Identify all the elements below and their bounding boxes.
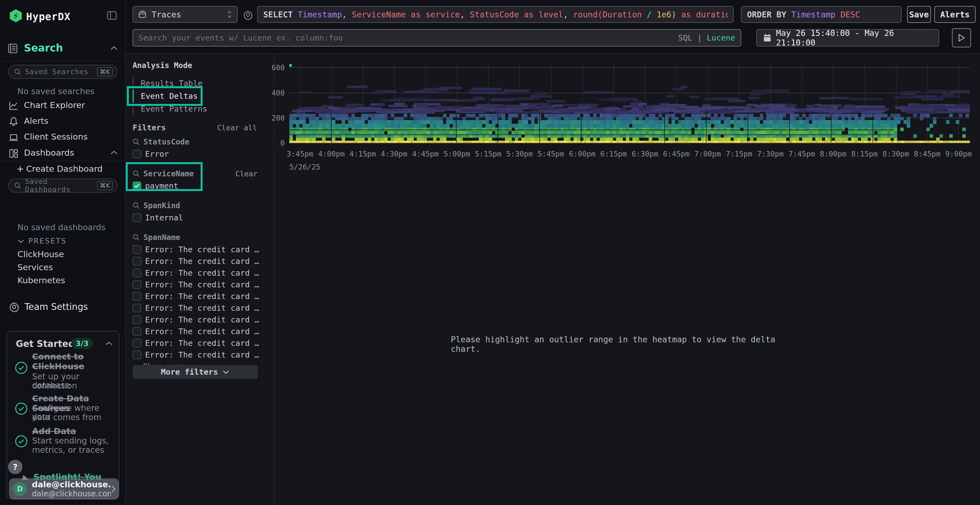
heatmap-cursor-marker (290, 64, 292, 67)
check-circle-icon (15, 435, 27, 447)
query-language-toggle[interactable]: SQL | Lucene (678, 33, 735, 43)
user-menu[interactable]: D dale@clickhouse.com dale@clickhouse.co… (9, 478, 119, 500)
checkbox-unchecked[interactable] (132, 292, 141, 301)
clear-all-filters-button[interactable]: Clear all (217, 124, 257, 132)
sidebar-item-dashboards[interactable]: Dashboards (24, 148, 74, 157)
x-tick-label: 6:30pm (632, 150, 658, 158)
collapse-sidebar-icon[interactable] (107, 10, 117, 22)
annotation-box-event-deltas (127, 86, 202, 106)
lucene-toggle[interactable]: Lucene (707, 33, 735, 43)
chevron-up-icon[interactable] (105, 341, 113, 347)
checkbox-unchecked[interactable] (132, 315, 141, 324)
chart-explorer-icon (9, 101, 19, 111)
search-icon (14, 68, 21, 75)
no-saved-searches-text: No saved searches (18, 87, 94, 96)
y-tick-600: 600 (263, 64, 285, 72)
sidebar-item-clickhouse[interactable]: ClickHouse (18, 249, 64, 259)
run-query-button[interactable] (952, 28, 971, 48)
check-circle-icon (15, 362, 27, 374)
x-tick-label: 6:45pm (663, 150, 690, 158)
filter-value-label: Error: The credit card … (145, 338, 259, 348)
saved-searches-placeholder: Saved Searches (25, 68, 97, 76)
sql-toggle[interactable]: SQL (678, 33, 692, 43)
sidebar-item-services[interactable]: Services (18, 262, 53, 272)
save-button[interactable]: Save (907, 6, 931, 23)
filter-checkbox-row[interactable]: Error: The credit card … (132, 243, 267, 255)
presets-header[interactable]: PRESETS (28, 237, 67, 245)
filter-checkbox-row[interactable]: Internal (132, 212, 267, 223)
sidebar-item-team-settings[interactable]: Team Settings (24, 302, 88, 312)
filter-checkbox-row[interactable]: Error: The credit card … (132, 337, 267, 349)
filter-checkbox-row[interactable]: Error: The credit card … (132, 302, 267, 314)
filter-checkbox-row[interactable]: Error: The credit card … (132, 267, 267, 279)
checkbox-unchecked[interactable] (132, 351, 141, 359)
x-tick-label: 9:00pm (945, 150, 972, 158)
filter-group-clear-button[interactable]: Clear (235, 170, 258, 178)
sql-token: round(Duration (573, 10, 642, 19)
chevron-up-icon[interactable] (110, 46, 118, 52)
bell-icon (9, 116, 19, 127)
toggle-divider: | (697, 33, 702, 43)
x-tick-label: 6:15pm (600, 150, 627, 158)
filter-checkbox-row[interactable]: Error: The credit card … (132, 255, 267, 267)
chevron-right-icon (111, 485, 116, 493)
x-axis-date-label: 5/26/25 (290, 163, 320, 171)
chevron-down-icon[interactable] (18, 239, 24, 245)
alerts-button[interactable]: Alerts (934, 6, 976, 23)
sql-token: ServiceName as service (352, 10, 460, 19)
chevron-down-icon (223, 370, 229, 374)
source-settings-gear-icon[interactable] (243, 10, 253, 21)
sidebar-item-alerts[interactable]: Alerts (24, 116, 48, 126)
date-range-picker[interactable]: May 26 15:40:00 - May 26 21:10:00 (756, 29, 939, 46)
filter-value-label: Error: The credit card … (145, 292, 259, 301)
more-filters-button[interactable]: More filters (132, 365, 258, 379)
checkbox-unchecked[interactable] (132, 150, 141, 158)
source-select[interactable]: Traces (132, 6, 238, 23)
sidebar-item-client-sessions[interactable]: Client Sessions (24, 132, 88, 141)
lucene-search-input[interactable]: Search your events w/ Lucene ex. column:… (132, 29, 741, 46)
checkbox-unchecked[interactable] (132, 327, 141, 336)
filter-value-label: Error (145, 149, 169, 159)
calendar-icon (763, 33, 771, 42)
search-icon (132, 202, 140, 209)
sql-select-editor[interactable]: SELECT Timestamp, ServiceName as service… (257, 6, 733, 23)
check-circle-icon (15, 403, 27, 414)
duration-heatmap[interactable] (290, 64, 970, 143)
sql-query-text: SELECT Timestamp, ServiceName as service… (263, 10, 728, 19)
saved-dashboards-input[interactable]: Saved Dashboards ⌘K (8, 178, 118, 193)
checkbox-unchecked[interactable] (132, 213, 141, 222)
get-started-item-sub: connection (32, 381, 77, 390)
filter-checkbox-row[interactable]: Error: The credit card … (132, 326, 267, 337)
help-button[interactable]: ? (8, 460, 22, 474)
orderby-editor[interactable]: ORDER BY Timestamp DESC (741, 6, 902, 23)
checkbox-unchecked[interactable] (132, 280, 141, 289)
filter-group-header-statuscode: StatusCode (132, 135, 267, 148)
filter-checkbox-row[interactable]: Error: The credit card … (132, 314, 267, 326)
filter-checkbox-row[interactable]: Error: The credit card … (132, 279, 267, 290)
sidebar-item-search[interactable]: Search (24, 42, 63, 54)
chevron-up-icon[interactable] (110, 150, 118, 156)
filter-checkbox-row[interactable]: Error: The credit card … (132, 290, 267, 302)
get-started-panel: Get Started 3/3 Connect to ClickHouse Se… (6, 331, 119, 499)
sidebar-item-chart-explorer[interactable]: Chart Explorer (24, 100, 85, 110)
create-dashboard-button[interactable]: Create Dashboard (26, 164, 103, 173)
checkbox-unchecked[interactable] (132, 339, 141, 348)
filter-checkbox-row[interactable]: Error (132, 148, 267, 160)
checkbox-unchecked[interactable] (132, 304, 141, 312)
get-started-title: Get Started (16, 338, 75, 349)
checkbox-unchecked[interactable] (132, 245, 141, 254)
filter-group-label: SpanName (143, 233, 180, 242)
sql-token: , (460, 10, 469, 19)
sidebar-item-kubernetes[interactable]: Kubernetes (18, 275, 65, 285)
checkbox-unchecked[interactable] (132, 257, 141, 265)
filter-value-label: Error: The credit card … (145, 257, 259, 266)
user-email: dale@clickhouse.com (32, 480, 111, 489)
filter-checkbox-row[interactable]: Error: The credit card … (132, 349, 267, 360)
search-icon (132, 234, 140, 241)
saved-searches-input[interactable]: Saved Searches ⌘K (8, 65, 118, 79)
annotation-box-servicename (126, 162, 202, 191)
sql-token: DESC (835, 10, 860, 19)
checkbox-unchecked[interactable] (132, 268, 141, 277)
sidebar: ⚡ HyperDX Search Saved Searches ⌘K No sa… (0, 0, 126, 505)
x-tick-label: 4:30pm (381, 150, 407, 158)
